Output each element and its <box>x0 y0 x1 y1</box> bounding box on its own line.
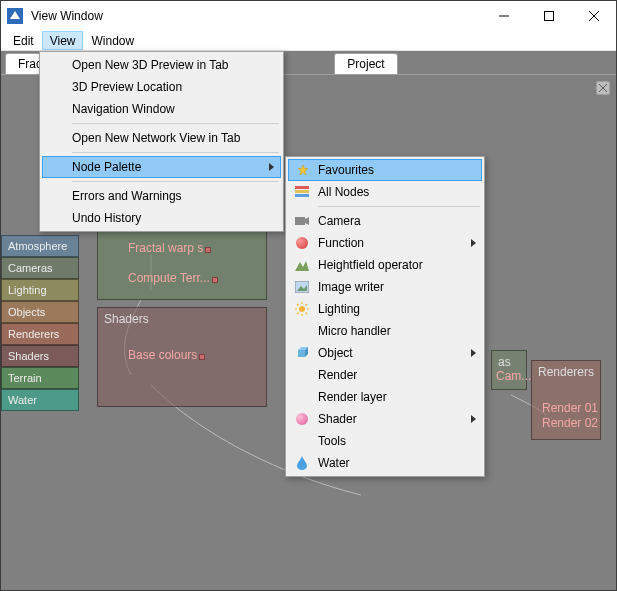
submenu-micro-handler[interactable]: Micro handler <box>288 320 482 342</box>
image-icon <box>294 279 310 295</box>
svg-rect-8 <box>295 190 309 193</box>
group-cameras-label: as <box>498 355 511 369</box>
category-item[interactable]: Objects <box>1 301 79 323</box>
svg-marker-12 <box>295 261 309 271</box>
close-button[interactable] <box>571 1 616 31</box>
category-item[interactable]: Terrain <box>1 367 79 389</box>
menu-errors-warnings[interactable]: Errors and Warnings <box>42 185 281 207</box>
menu-open-network-view[interactable]: Open New Network View in Tab <box>42 127 281 149</box>
droplet-icon <box>294 455 310 471</box>
menu-separator <box>72 123 279 124</box>
svg-marker-6 <box>298 165 308 175</box>
menu-open-3d-preview[interactable]: Open New 3D Preview in Tab <box>42 54 281 76</box>
submenu-arrow-icon <box>471 239 476 247</box>
node-render-01[interactable]: Render 01 <box>542 401 598 415</box>
category-item[interactable]: Renderers <box>1 323 79 345</box>
svg-line-21 <box>306 313 308 315</box>
group-cameras[interactable]: as Cam... <box>491 350 527 390</box>
menu-separator <box>72 181 279 182</box>
tab-project[interactable]: Project <box>334 53 397 74</box>
svg-rect-1 <box>544 12 553 21</box>
submenu-arrow-icon <box>471 415 476 423</box>
menu-navigation-window[interactable]: Navigation Window <box>42 98 281 120</box>
node-fractal-warp[interactable]: Fractal warp s <box>128 241 211 255</box>
category-item[interactable]: Atmosphere <box>1 235 79 257</box>
star-icon <box>295 162 311 178</box>
submenu-render-layer[interactable]: Render layer <box>288 386 482 408</box>
group-shaders[interactable]: Shaders Base colours <box>97 307 267 407</box>
submenu-heightfield[interactable]: Heightfield operator <box>288 254 482 276</box>
category-item[interactable]: Water <box>1 389 79 411</box>
menu-3d-preview-location[interactable]: 3D Preview Location <box>42 76 281 98</box>
node-compute-terrain[interactable]: Compute Terr... <box>128 271 218 285</box>
mountain-icon <box>294 257 310 273</box>
submenu-camera[interactable]: Camera <box>288 210 482 232</box>
titlebar: View Window <box>1 1 616 31</box>
menubar: Edit View Window <box>1 31 616 51</box>
group-renderers-label: Renderers <box>538 365 594 379</box>
svg-line-20 <box>297 304 299 306</box>
window-title: View Window <box>31 9 481 23</box>
submenu-arrow-icon <box>269 163 274 171</box>
menu-separator <box>72 152 279 153</box>
node-palette-submenu: Favourites All Nodes Camera Function Hei… <box>285 156 485 477</box>
submenu-water[interactable]: Water <box>288 452 482 474</box>
submenu-favourites[interactable]: Favourites <box>288 159 482 181</box>
svg-marker-11 <box>305 217 309 225</box>
menu-undo-history[interactable]: Undo History <box>42 207 281 229</box>
cube-icon <box>294 345 310 361</box>
category-item[interactable]: Lighting <box>1 279 79 301</box>
category-item[interactable]: Shaders <box>1 345 79 367</box>
menu-node-palette[interactable]: Node Palette <box>42 156 281 178</box>
window-buttons <box>481 1 616 31</box>
menu-edit[interactable]: Edit <box>5 31 42 50</box>
app-icon <box>7 8 23 24</box>
node-render-02[interactable]: Render 02 <box>542 416 598 430</box>
sphere-pink-icon <box>294 411 310 427</box>
submenu-function[interactable]: Function <box>288 232 482 254</box>
svg-line-23 <box>306 304 308 306</box>
submenu-lighting[interactable]: Lighting <box>288 298 482 320</box>
group-renderers[interactable]: Renderers Render 01 Render 02 <box>531 360 601 440</box>
node-render-cam[interactable]: Cam... <box>496 369 531 383</box>
minimize-button[interactable] <box>481 1 526 31</box>
group-shaders-label: Shaders <box>104 312 149 326</box>
submenu-render[interactable]: Render <box>288 364 482 386</box>
svg-line-22 <box>297 313 299 315</box>
svg-rect-10 <box>295 217 305 225</box>
camera-icon <box>294 213 310 229</box>
sphere-red-icon <box>294 235 310 251</box>
svg-rect-9 <box>295 194 309 197</box>
svg-rect-7 <box>295 186 309 189</box>
submenu-shader[interactable]: Shader <box>288 408 482 430</box>
submenu-object[interactable]: Object <box>288 342 482 364</box>
submenu-image-writer[interactable]: Image writer <box>288 276 482 298</box>
submenu-tools[interactable]: Tools <box>288 430 482 452</box>
node-base-colours[interactable]: Base colours <box>128 348 205 362</box>
submenu-arrow-icon <box>471 349 476 357</box>
panel-close-icon[interactable] <box>596 81 610 95</box>
category-list: AtmosphereCamerasLightingObjectsRenderer… <box>1 235 79 411</box>
svg-marker-24 <box>298 350 305 357</box>
app-window: View Window Edit View Window Fract Proje… <box>0 0 617 591</box>
menu-separator <box>318 206 480 207</box>
submenu-all-nodes[interactable]: All Nodes <box>288 181 482 203</box>
category-item[interactable]: Cameras <box>1 257 79 279</box>
grid-icon <box>294 184 310 200</box>
view-dropdown: Open New 3D Preview in Tab 3D Preview Lo… <box>39 51 284 232</box>
menu-window[interactable]: Window <box>83 31 142 50</box>
sun-icon <box>294 301 310 317</box>
maximize-button[interactable] <box>526 1 571 31</box>
svg-point-15 <box>299 306 305 312</box>
menu-view[interactable]: View <box>42 31 84 50</box>
